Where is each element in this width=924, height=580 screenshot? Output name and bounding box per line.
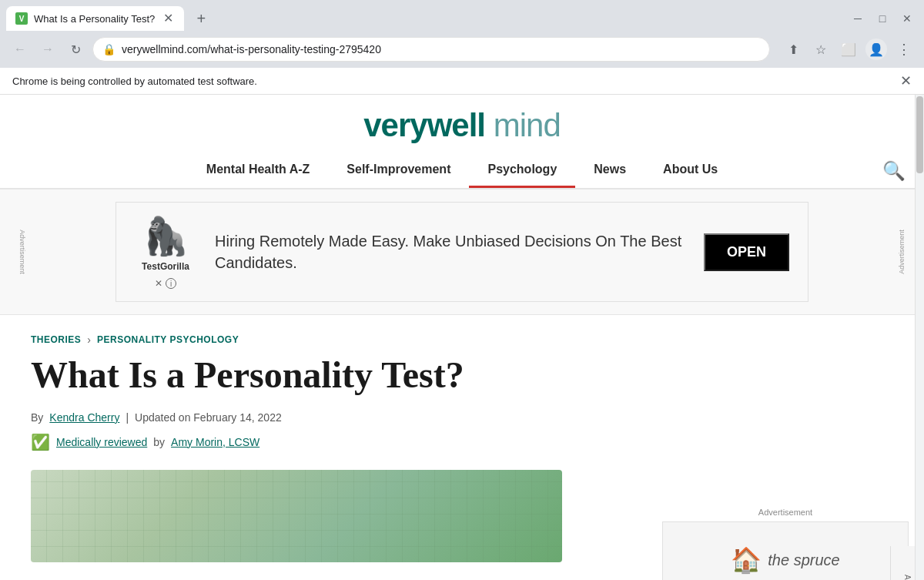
forward-button[interactable]: → <box>37 39 59 60</box>
breadcrumb-item-personality[interactable]: PERSONALITY PSYCHOLOGY <box>97 334 239 345</box>
tab-close-button[interactable]: ✕ <box>161 12 175 25</box>
search-icon[interactable]: 🔍 <box>882 160 906 182</box>
address-bar: ← → ↻ 🔒 verywellmind.com/what-is-persona… <box>0 31 924 68</box>
lock-icon: 🔒 <box>102 43 116 55</box>
url-text: verywellmind.com/what-is-personality-tes… <box>122 43 760 55</box>
image-pattern <box>31 470 562 562</box>
scrollbar[interactable] <box>915 95 924 580</box>
refresh-button[interactable]: ↻ <box>65 39 86 60</box>
activity-panel-text: Acti... <box>903 575 912 580</box>
window-close-button[interactable]: ✕ <box>896 8 918 29</box>
meta-separator: | <box>126 411 129 424</box>
logo-mind: mind <box>485 107 561 143</box>
ad-gorilla-icon: 🦍 <box>142 215 189 258</box>
window-maximize-button[interactable]: □ <box>872 8 893 29</box>
browser-tab[interactable]: V What Is a Personality Test? ✕ <box>6 6 184 31</box>
ad-badge: ✕ i <box>155 278 176 289</box>
reviewed-by-text: by <box>153 436 165 448</box>
author-link[interactable]: Kendra Cherry <box>49 411 119 424</box>
spruce-brand-name: the spruce <box>768 552 839 569</box>
profile-button[interactable]: 👤 <box>865 39 887 60</box>
ad-banner: 🦍 TestGorilla ✕ i Hiring Remotely Made E… <box>116 202 808 302</box>
title-bar: V What Is a Personality Test? ✕ + ─ □ ✕ <box>0 0 924 31</box>
ad-tagline: Hiring Remotely Made Easy. Make Unbiased… <box>215 230 685 273</box>
sidebar-ad-box: 🏠 the spruce <box>662 521 909 580</box>
menu-button[interactable]: ⋮ <box>893 39 915 60</box>
window-controls: ─ □ ✕ <box>847 8 918 29</box>
updated-date: Updated on February 14, 2022 <box>135 411 282 424</box>
ad-x-button[interactable]: ✕ <box>155 278 162 289</box>
breadcrumb: THEORIES › PERSONALITY PSYCHOLOGY <box>31 334 562 346</box>
tab-favicon: V <box>15 12 28 25</box>
scrollbar-thumb[interactable] <box>916 96 923 173</box>
share-button[interactable]: ⬆ <box>782 39 804 60</box>
breadcrumb-separator: › <box>87 334 91 346</box>
article-title: What Is a Personality Test? <box>31 355 562 396</box>
ad-label-left: Advertisement <box>18 230 26 274</box>
nav-news[interactable]: News <box>575 153 644 188</box>
sidebar-ad-label: Advertisement <box>662 508 909 517</box>
nav-self-improvement[interactable]: Self-Improvement <box>328 153 469 188</box>
logo-verywell: verywell <box>363 107 485 143</box>
nav-psychology[interactable]: Psychology <box>469 153 575 188</box>
logo-text: verywell mind <box>363 107 561 143</box>
nav-about-us[interactable]: About Us <box>644 153 736 188</box>
article-meta: By Kendra Cherry | Updated on February 1… <box>31 411 562 424</box>
reviewer-link[interactable]: Amy Morin, LCSW <box>171 436 259 448</box>
site-nav: Mental Health A-Z Self-Improvement Psych… <box>0 153 924 188</box>
bookmark-button[interactable]: ☆ <box>810 39 832 60</box>
ad-info-button[interactable]: i <box>166 278 176 289</box>
url-bar[interactable]: 🔒 verywellmind.com/what-is-personality-t… <box>92 37 770 62</box>
medical-review-label[interactable]: Medically reviewed <box>56 436 147 448</box>
ad-logo: 🦍 TestGorilla ✕ i <box>135 215 196 289</box>
article-wrapper: THEORIES › PERSONALITY PSYCHOLOGY What I… <box>0 315 562 580</box>
url-actions: ⬆ ☆ ⬜ 👤 ⋮ <box>782 39 915 60</box>
extension-button[interactable]: ⬜ <box>838 39 859 60</box>
tab-title: What Is a Personality Test? <box>34 13 155 25</box>
checkmark-icon: ✅ <box>31 433 50 451</box>
ad-cta-button[interactable]: OPEN <box>704 233 789 271</box>
site-logo: verywell mind <box>0 107 924 153</box>
automation-notice-text: Chrome is being controlled by automated … <box>12 75 257 87</box>
medical-review: ✅ Medically reviewed by Amy Morin, LCSW <box>31 433 562 451</box>
ad-label-right: Advertisement <box>898 230 906 274</box>
article-image <box>31 470 562 562</box>
ad-brand-name: TestGorilla <box>142 261 189 272</box>
back-button[interactable]: ← <box>9 39 31 60</box>
page-wrapper: verywell mind Mental Health A-Z Self-Imp… <box>0 95 924 580</box>
house-icon: 🏠 <box>731 545 762 575</box>
by-label: By <box>31 411 43 424</box>
spruce-logo: 🏠 the spruce <box>731 545 839 575</box>
window-minimize-button[interactable]: ─ <box>847 8 869 29</box>
sidebar-ad: Advertisement 🏠 the spruce <box>662 508 909 580</box>
breadcrumb-item-theories[interactable]: THEORIES <box>31 334 81 345</box>
new-tab-button[interactable]: + <box>190 8 212 29</box>
automation-notice-close[interactable]: ✕ <box>900 72 912 89</box>
site-header: verywell mind Mental Health A-Z Self-Imp… <box>0 95 924 189</box>
automation-notice-bar: Chrome is being controlled by automated … <box>0 68 924 95</box>
nav-mental-health[interactable]: Mental Health A-Z <box>188 153 329 188</box>
page-content: verywell mind Mental Health A-Z Self-Imp… <box>0 95 924 580</box>
